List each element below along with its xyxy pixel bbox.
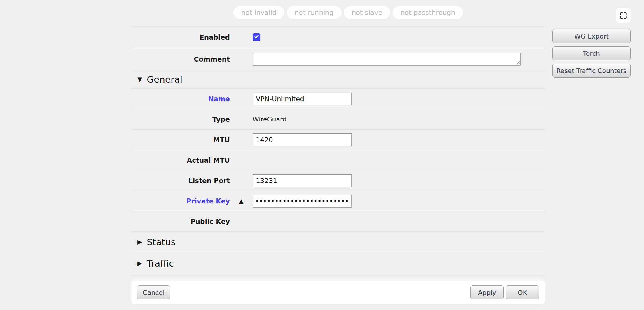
section-status[interactable]: ▶ Status	[131, 232, 545, 252]
comment-row: Comment	[131, 48, 545, 70]
torch-button[interactable]: Torch	[552, 46, 631, 60]
private-key-row: Private Key ▲	[131, 191, 545, 211]
apply-button[interactable]: Apply	[470, 285, 504, 299]
section-general[interactable]: ▼ General	[131, 70, 545, 89]
type-label: Type	[131, 116, 230, 123]
fullscreen-button[interactable]	[616, 8, 631, 23]
status-badge: not slave	[344, 6, 390, 19]
collapse-up-icon[interactable]: ▲	[239, 198, 243, 205]
wg-export-button[interactable]: WG Export	[552, 29, 631, 43]
ok-button[interactable]: OK	[506, 285, 539, 299]
status-badge: not running	[287, 6, 342, 19]
actual-mtu-label: Actual MTU	[131, 156, 230, 164]
reset-traffic-counters-button[interactable]: Reset Traffic Counters	[552, 64, 631, 78]
section-general-title: General	[147, 74, 182, 85]
status-badge: not invalid	[233, 6, 284, 19]
section-status-title: Status	[147, 237, 176, 247]
private-key-input[interactable]	[253, 195, 352, 208]
type-value: WireGuard	[253, 116, 287, 123]
section-traffic[interactable]: ▶ Traffic	[131, 252, 545, 274]
interface-form: Enabled Comment ▼ General Name Type	[131, 26, 545, 274]
status-badges: not invalid not running not slave not pa…	[233, 6, 463, 19]
chevron-down-icon: ▼	[137, 76, 142, 83]
enabled-label: Enabled	[131, 34, 230, 41]
checkmark-icon	[254, 34, 258, 39]
chevron-right-icon: ▶	[137, 260, 142, 267]
status-badge: not passthrough	[393, 6, 463, 19]
name-label: Name	[131, 95, 230, 103]
public-key-label: Public Key	[131, 218, 230, 225]
action-buttons: WG Export Torch Reset Traffic Counters	[552, 29, 631, 78]
section-traffic-title: Traffic	[147, 258, 174, 269]
enabled-row: Enabled	[131, 27, 545, 48]
enabled-checkbox[interactable]	[253, 33, 260, 41]
private-key-label: Private Key	[131, 197, 230, 205]
public-key-row: Public Key	[131, 211, 545, 232]
name-input[interactable]	[253, 93, 352, 105]
comment-textarea[interactable]	[253, 53, 521, 66]
type-row: Type WireGuard	[131, 109, 545, 130]
listen-port-input[interactable]	[253, 174, 352, 187]
comment-label: Comment	[131, 55, 230, 63]
actual-mtu-row: Actual MTU	[131, 150, 545, 170]
listen-port-row: Listen Port	[131, 170, 545, 191]
mtu-row: MTU	[131, 130, 545, 150]
name-row: Name	[131, 89, 545, 109]
mtu-input[interactable]	[253, 133, 352, 146]
footer-bar: Cancel Apply OK	[131, 281, 545, 304]
listen-port-label: Listen Port	[131, 177, 230, 184]
mtu-label: MTU	[131, 136, 230, 144]
fullscreen-icon	[619, 11, 628, 20]
chevron-right-icon: ▶	[137, 238, 142, 245]
cancel-button[interactable]: Cancel	[137, 285, 170, 299]
